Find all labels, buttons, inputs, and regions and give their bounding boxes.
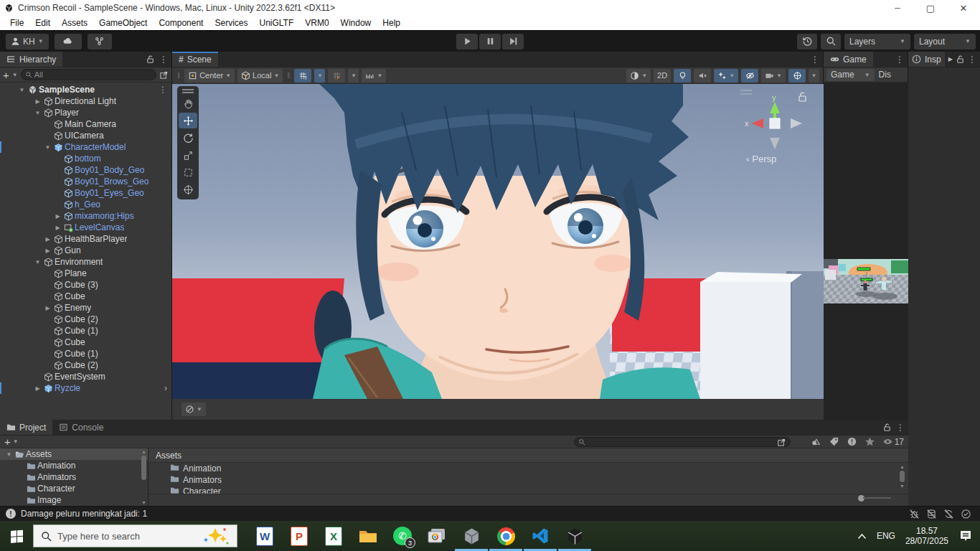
play-button[interactable] [456,34,478,50]
perspective-toggle[interactable]: ‹ Persp [746,154,776,164]
create-asset-button[interactable]: + [4,435,11,448]
kebab-menu-icon[interactable]: ⋮ [159,55,168,65]
cloud-button[interactable] [55,34,82,50]
toolbar-drag-handle[interactable]: ‖ [286,72,291,80]
kebab-menu-icon[interactable]: ⋮ [895,55,904,65]
hierarchy-item-ryzcle[interactable]: ▶Ryzcle› [0,382,171,394]
menu-help[interactable]: Help [377,18,406,28]
taskbar-app-unity[interactable] [557,521,592,551]
search-by-label-icon[interactable] [829,436,839,447]
display-dropdown-cut[interactable]: Dis [879,70,891,80]
tab-game[interactable]: Game [824,52,873,67]
tab-scene[interactable]: # Scene [172,52,218,67]
project-folder-character[interactable]: Character [0,483,148,494]
hierarchy-item-healthbarplayer[interactable]: ▶HealthBarPlayer [0,233,171,245]
tab-inspector[interactable]: Insp [908,52,945,67]
taskbar-app-word[interactable]: W [248,521,282,551]
auto-refresh-disabled-icon[interactable] [943,509,954,519]
menu-assets[interactable]: Assets [56,18,93,28]
foldout-arrow[interactable]: ▶ [43,236,52,242]
hierarchy-item-boy01-brows-geo[interactable]: Boy01_Brows_Geo [0,176,171,187]
asset-item-animation[interactable]: Animation [149,463,908,474]
move-tool[interactable] [179,113,197,128]
hierarchy-item-uicamera[interactable]: UICamera [0,130,171,141]
2d-view-toggle[interactable]: 2D [654,69,671,83]
foldout-arrow[interactable]: ▶ [53,213,62,220]
search-button[interactable] [821,34,841,50]
lock-icon[interactable] [146,55,155,64]
hierarchy-item-h-geo[interactable]: h_Geo [0,199,171,210]
effects-dropdown[interactable]: ▼ [714,69,738,83]
hierarchy-item-bottom[interactable]: bottom [0,153,171,164]
scene-visibility-toggle[interactable] [741,69,758,83]
shading-mode-dropdown[interactable]: ▼ [626,69,651,83]
tab-project[interactable]: Project [0,420,52,435]
scene-lighting-toggle[interactable] [674,69,691,83]
hierarchy-item-cube-1[interactable]: Cube (1) [0,348,171,359]
foldout-arrow[interactable]: ▶ [33,98,42,105]
status-bar[interactable]: ! Damage peluru meningkat jadi: 1 [0,506,980,521]
snap-increment-button[interactable]: ▼ [362,69,386,83]
lock-icon[interactable] [882,423,892,432]
gizmos-dropdown[interactable] [788,69,806,83]
tool-handle-rotation-dropdown[interactable]: Local ▼ [237,69,283,83]
pause-button[interactable] [479,34,501,50]
project-search[interactable] [574,437,791,447]
tab-scroll-arrow-icon[interactable]: ▶ [948,56,953,62]
hierarchy-item-plane[interactable]: Plane [0,268,171,279]
hierarchy-item-cube-2[interactable]: Cube (2) [0,314,171,325]
kebab-menu-icon[interactable]: ⋮ [159,85,171,95]
hidden-packages-icon[interactable] [847,436,857,447]
orientation-gizmo[interactable]: y x ‹ Persp [739,88,814,168]
hierarchy-search-input[interactable] [34,70,152,79]
hierarchy-item-cube[interactable]: Cube [0,291,171,302]
project-tree-scrollbar[interactable]: ▲▼ [141,449,147,505]
transform-tool[interactable] [179,182,197,197]
menu-edit[interactable]: Edit [29,18,56,28]
project-folder-animation[interactable]: Animation [0,460,148,471]
taskbar-search-input[interactable] [57,531,195,542]
toolbar-drag-handle[interactable]: ‖ [176,72,182,80]
menu-window[interactable]: Window [335,18,377,28]
hierarchy-search[interactable] [21,69,156,80]
hierarchy-item-cube-2[interactable]: Cube (2) [0,359,171,371]
overlay-drag-handle[interactable] [182,89,194,93]
grid-snap-dropdown[interactable]: ▼ [314,69,325,83]
scene-camera-dropdown[interactable]: ▼ [761,69,786,83]
hierarchy-item-player[interactable]: ▼Player [0,107,171,118]
version-control-button[interactable] [88,34,112,50]
start-button[interactable] [0,521,33,551]
increment-snap-toggle[interactable] [328,69,345,83]
kebab-menu-icon[interactable]: ⋮ [896,423,905,433]
project-search-input[interactable] [588,438,775,446]
hierarchy-item-samplescene[interactable]: ▼SampleScene⋮ [0,84,171,95]
project-folder-assets[interactable]: ▼Assets [0,448,148,460]
rotate-tool[interactable] [179,130,197,146]
lock-icon[interactable] [956,55,965,64]
cache-server-disabled-icon[interactable] [926,509,937,519]
tray-expand-chevron-icon[interactable] [857,533,867,540]
undo-history-button[interactable] [797,34,817,50]
hierarchy-item-boy01-eyes-geo[interactable]: Boy01_Eyes_Geo [0,187,171,199]
account-button[interactable]: KH ▼ [6,34,49,50]
taskbar-app-vscode[interactable] [523,521,557,551]
taskbar-app-screens[interactable] [420,521,454,551]
chevron-down-icon[interactable]: ▼ [13,438,19,445]
layout-dropdown[interactable]: Layout ▼ [914,34,976,50]
scene-audio-toggle[interactable] [694,69,711,83]
hierarchy-item-cube-3[interactable]: Cube (3) [0,279,171,291]
scene-viewport[interactable]: y x ‹ Persp [172,84,824,399]
visible-items-indicator[interactable]: 17 [882,436,904,447]
add-gameobject-button[interactable]: + [3,69,9,81]
menu-unigltf[interactable]: UniGLTF [253,18,299,28]
menu-file[interactable]: File [4,18,29,28]
foldout-arrow[interactable]: ▼ [33,259,42,265]
project-folder-image[interactable]: Image [0,494,148,506]
foldout-arrow[interactable]: ▶ [33,385,42,392]
hierarchy-item-mixamorig-hips[interactable]: ▶mixamorig:Hips [0,210,171,222]
menu-vrm0[interactable]: VRM0 [299,18,334,28]
rect-tool[interactable] [179,164,197,180]
camera-preview-dropdown[interactable]: ▼ [182,402,206,416]
hierarchy-item-environment[interactable]: ▼Environment [0,256,171,268]
favorites-star-icon[interactable] [864,436,875,447]
